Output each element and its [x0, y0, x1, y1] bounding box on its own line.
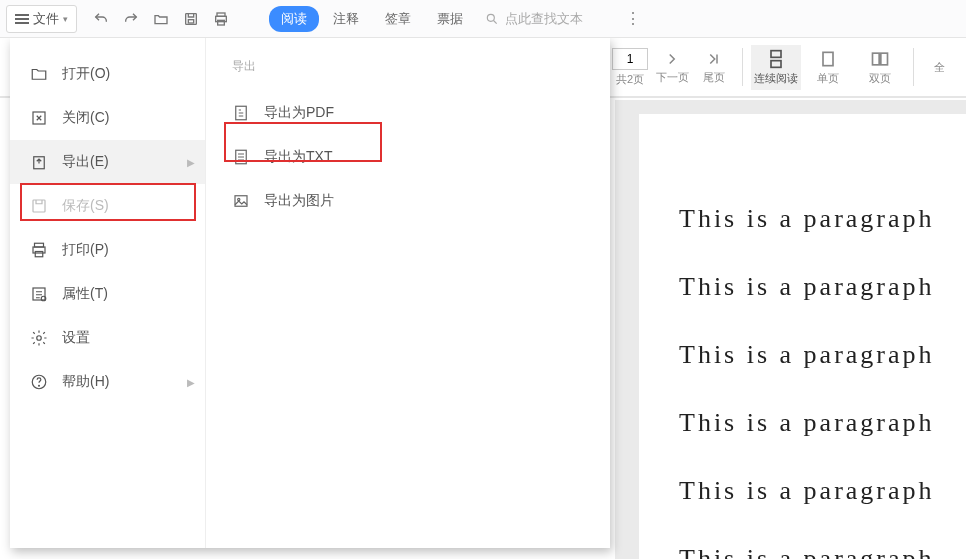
last-page-label: 尾页 [703, 70, 725, 85]
print-icon [30, 241, 48, 259]
chevron-right-icon: ▶ [187, 157, 195, 168]
document-page: This is a paragraph This is a paragraph … [639, 114, 966, 559]
redo-button[interactable] [117, 5, 145, 33]
hamburger-icon [15, 12, 29, 26]
next-page-button[interactable]: 下一页 [652, 50, 692, 85]
open-button[interactable] [147, 5, 175, 33]
svg-rect-8 [823, 52, 833, 65]
view-continuous-button[interactable]: 连续阅读 [751, 45, 801, 90]
menu-help-label: 帮助(H) [62, 373, 109, 391]
svg-point-19 [37, 336, 42, 341]
file-menu-list: 打开(O) 关闭(C) 导出(E) ▶ 保存(S) 打印(P) 属性(T) 设置 [10, 38, 206, 548]
export-txt-item[interactable]: 导出为TXT [226, 135, 396, 179]
tab-stamp[interactable]: 签章 [373, 6, 423, 32]
tab-invoice[interactable]: 票据 [425, 6, 475, 32]
txt-icon [232, 148, 250, 166]
svg-point-21 [39, 385, 40, 386]
svg-rect-13 [33, 200, 45, 212]
tab-annotate[interactable]: 注释 [321, 6, 371, 32]
export-pdf-item[interactable]: 导出为PDF [226, 91, 396, 135]
svg-rect-10 [881, 53, 888, 65]
svg-rect-24 [235, 196, 247, 207]
menu-properties-label: 属性(T) [62, 285, 108, 303]
paragraph: This is a paragraph [679, 476, 966, 506]
print-button[interactable] [207, 5, 235, 33]
menu-close[interactable]: 关闭(C) [10, 96, 205, 140]
more-menu-button[interactable]: ⋮ [625, 9, 643, 28]
top-toolbar: 文件 ▾ 阅读 注释 签章 票据 点此查找文本 ⋮ [0, 0, 966, 38]
export-image-label: 导出为图片 [264, 192, 334, 210]
menu-save-label: 保存(S) [62, 197, 109, 215]
page-total-label: 共2页 [616, 72, 644, 87]
file-menu-button[interactable]: 文件 ▾ [6, 5, 77, 33]
file-dropdown-panel: 打开(O) 关闭(C) 导出(E) ▶ 保存(S) 打印(P) 属性(T) 设置 [10, 38, 610, 548]
paragraph: This is a paragraph [679, 544, 966, 559]
separator [913, 48, 914, 86]
menu-open-label: 打开(O) [62, 65, 110, 83]
save-button[interactable] [177, 5, 205, 33]
svg-rect-7 [771, 60, 781, 67]
export-pdf-label: 导出为PDF [264, 104, 334, 122]
pdf-icon [232, 104, 250, 122]
close-file-icon [30, 109, 48, 127]
page-number-input[interactable] [612, 48, 648, 70]
chevron-right-icon: ▶ [187, 377, 195, 388]
search-box[interactable]: 点此查找文本 [485, 10, 583, 28]
svg-rect-16 [35, 252, 43, 257]
svg-rect-9 [873, 53, 880, 65]
gear-icon [30, 329, 48, 347]
file-menu-label: 文件 [33, 10, 59, 28]
view-continuous-label: 连续阅读 [754, 71, 798, 86]
menu-close-label: 关闭(C) [62, 109, 109, 127]
menu-settings[interactable]: 设置 [10, 316, 205, 360]
help-icon [30, 373, 48, 391]
chevron-down-icon: ▾ [63, 14, 68, 24]
separator [742, 48, 743, 86]
export-icon [30, 153, 48, 171]
menu-settings-label: 设置 [62, 329, 90, 347]
properties-icon [30, 285, 48, 303]
paragraph: This is a paragraph [679, 408, 966, 438]
folder-icon [30, 65, 48, 83]
search-placeholder: 点此查找文本 [505, 10, 583, 28]
export-submenu-title: 导出 [226, 58, 610, 75]
fullscreen-button[interactable]: 全 [922, 60, 956, 75]
image-icon [232, 192, 250, 210]
menu-properties[interactable]: 属性(T) [10, 272, 205, 316]
paragraph: This is a paragraph [679, 340, 966, 370]
menu-print[interactable]: 打印(P) [10, 228, 205, 272]
menu-export[interactable]: 导出(E) ▶ [10, 140, 205, 184]
menu-export-label: 导出(E) [62, 153, 109, 171]
search-icon [485, 12, 499, 26]
document-viewport[interactable]: This is a paragraph This is a paragraph … [615, 100, 966, 559]
view-double-label: 双页 [869, 71, 891, 86]
next-page-label: 下一页 [656, 70, 689, 85]
paragraph: This is a paragraph [679, 204, 966, 234]
fullscreen-label: 全 [934, 60, 945, 75]
tab-read[interactable]: 阅读 [269, 6, 319, 32]
undo-button[interactable] [87, 5, 115, 33]
view-single-button[interactable]: 单页 [803, 45, 853, 90]
svg-point-5 [487, 14, 494, 21]
save-icon [30, 197, 48, 215]
export-image-item[interactable]: 导出为图片 [226, 179, 396, 223]
export-submenu: 导出 导出为PDF 导出为TXT 导出为图片 [206, 38, 610, 548]
menu-help[interactable]: 帮助(H) ▶ [10, 360, 205, 404]
svg-rect-1 [188, 19, 193, 22]
view-double-button[interactable]: 双页 [855, 45, 905, 90]
svg-rect-6 [771, 50, 781, 57]
menu-print-label: 打印(P) [62, 241, 109, 259]
last-page-button[interactable]: 尾页 [694, 50, 734, 85]
view-single-label: 单页 [817, 71, 839, 86]
export-txt-label: 导出为TXT [264, 148, 332, 166]
page-indicator: 共2页 [610, 48, 650, 87]
paragraph: This is a paragraph [679, 272, 966, 302]
menu-save: 保存(S) [10, 184, 205, 228]
menu-open[interactable]: 打开(O) [10, 52, 205, 96]
